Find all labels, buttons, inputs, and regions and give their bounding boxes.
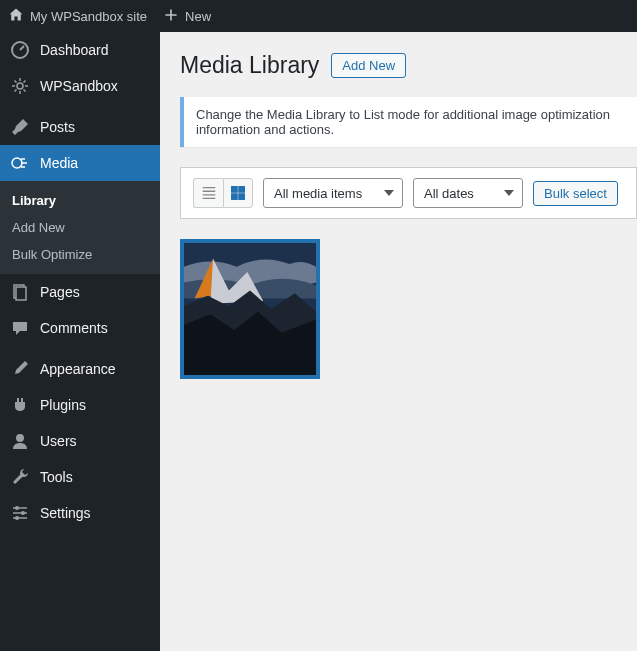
brush-icon — [10, 359, 30, 379]
pages-icon — [10, 282, 30, 302]
notice-info: Change the Media Library to List mode fo… — [180, 97, 637, 147]
media-item[interactable] — [180, 239, 320, 379]
view-grid-button[interactable] — [223, 178, 253, 208]
sidebar-item-label: Users — [40, 433, 77, 449]
svg-rect-12 — [239, 194, 244, 199]
plus-icon — [163, 7, 179, 26]
sidebar-item-wpsandbox[interactable]: WPSandbox — [0, 68, 160, 104]
wrench-icon — [10, 467, 30, 487]
svg-point-5 — [16, 434, 24, 442]
view-list-button[interactable] — [193, 178, 223, 208]
filter-media-type[interactable]: All media items — [263, 178, 403, 208]
sidebar-item-appearance[interactable]: Appearance — [0, 351, 160, 387]
home-icon — [8, 7, 24, 26]
media-thumbnail — [184, 243, 316, 375]
sidebar-item-label: Plugins — [40, 397, 86, 413]
admin-toolbar: My WPSandbox site New — [0, 0, 637, 32]
sidebar-item-comments[interactable]: Comments — [0, 310, 160, 346]
toolbar-site-link[interactable]: My WPSandbox site — [8, 7, 147, 26]
sidebar-item-users[interactable]: Users — [0, 423, 160, 459]
svg-point-6 — [15, 506, 19, 510]
page-title: Media Library — [180, 52, 319, 79]
sidebar-item-settings[interactable]: Settings — [0, 495, 160, 531]
submenu-item-bulkoptimize[interactable]: Bulk Optimize — [0, 241, 160, 268]
submenu-item-addnew[interactable]: Add New — [0, 214, 160, 241]
view-switch — [193, 178, 253, 208]
add-new-button[interactable]: Add New — [331, 53, 406, 78]
pin-icon — [10, 117, 30, 137]
toolbar-new-link[interactable]: New — [163, 7, 211, 26]
sidebar-item-label: Dashboard — [40, 42, 109, 58]
sidebar-item-label: Pages — [40, 284, 80, 300]
sidebar-item-label: Appearance — [40, 361, 116, 377]
submenu-media: Library Add New Bulk Optimize — [0, 181, 160, 274]
svg-point-7 — [21, 511, 25, 515]
sliders-icon — [10, 503, 30, 523]
svg-point-8 — [15, 516, 19, 520]
media-filter-bar: All media items All dates Bulk select — [180, 167, 637, 219]
sidebar-item-label: Posts — [40, 119, 75, 135]
admin-sidebar: Dashboard WPSandbox Posts Media Library … — [0, 32, 160, 651]
svg-point-2 — [12, 158, 22, 168]
media-grid — [180, 239, 637, 379]
plug-icon — [10, 395, 30, 415]
submenu-item-library[interactable]: Library — [0, 187, 160, 214]
sidebar-item-media[interactable]: Media — [0, 145, 160, 181]
sidebar-item-posts[interactable]: Posts — [0, 109, 160, 145]
sidebar-item-label: Settings — [40, 505, 91, 521]
toolbar-site-name: My WPSandbox site — [30, 9, 147, 24]
sidebar-item-dashboard[interactable]: Dashboard — [0, 32, 160, 68]
sidebar-item-label: Comments — [40, 320, 108, 336]
sidebar-item-label: WPSandbox — [40, 78, 118, 94]
sidebar-item-label: Tools — [40, 469, 73, 485]
sidebar-item-tools[interactable]: Tools — [0, 459, 160, 495]
sidebar-item-plugins[interactable]: Plugins — [0, 387, 160, 423]
comment-icon — [10, 318, 30, 338]
user-icon — [10, 431, 30, 451]
svg-rect-4 — [16, 287, 26, 300]
sidebar-item-pages[interactable]: Pages — [0, 274, 160, 310]
gear-icon — [10, 76, 30, 96]
toolbar-new-label: New — [185, 9, 211, 24]
filter-dates[interactable]: All dates — [413, 178, 523, 208]
sidebar-item-label: Media — [40, 155, 78, 171]
svg-rect-11 — [232, 194, 237, 199]
main-content: Media Library Add New Change the Media L… — [160, 32, 637, 651]
bulk-select-button[interactable]: Bulk select — [533, 181, 618, 206]
svg-point-1 — [17, 83, 23, 89]
dashboard-icon — [10, 40, 30, 60]
list-view-icon — [200, 184, 218, 202]
grid-view-icon — [229, 184, 247, 202]
media-icon — [10, 153, 30, 173]
svg-rect-10 — [239, 187, 244, 192]
svg-rect-9 — [232, 187, 237, 192]
